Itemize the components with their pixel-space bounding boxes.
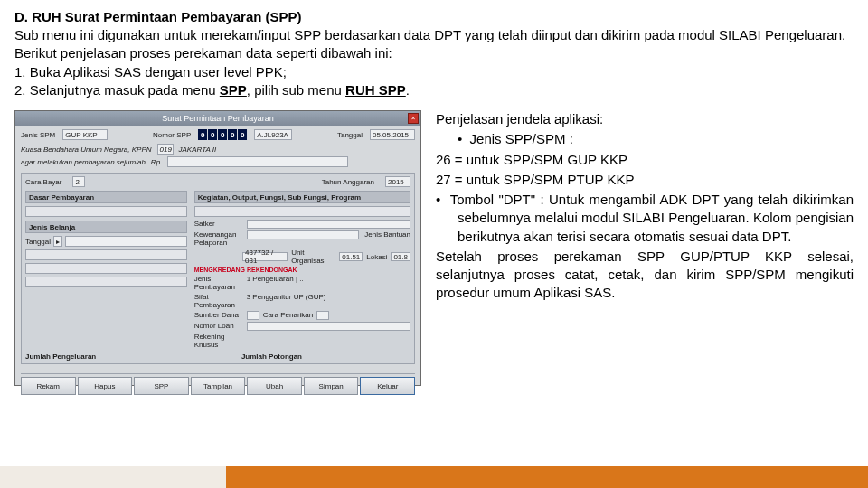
tahun-field[interactable]: 2015 <box>385 176 410 187</box>
nomor-suffix-field[interactable]: A.JL923A <box>254 129 292 140</box>
tahun-label: Tahun Anggaran <box>322 178 374 186</box>
tanggal-label: Tanggal <box>337 131 363 139</box>
jenis-spm-label: Jenis SPM <box>21 131 55 139</box>
app-title: Surat Permintaan Pembayaran <box>162 114 274 123</box>
app-titlebar: Surat Permintaan Pembayaran × <box>15 111 420 126</box>
explain-bullet-2: • Tombol "DPT" : Untuk mengambil ADK DPT… <box>436 191 854 246</box>
explain-followup: Setelah proses perekaman SPP GUP/PTUP KK… <box>436 248 854 303</box>
button-bar: Rekam Hapus SPP Tampilan Ubah Simpan Kel… <box>21 373 415 395</box>
jumlah-field[interactable] <box>167 156 348 167</box>
rekam-button[interactable]: Rekam <box>21 377 76 395</box>
explain-27: 27 = untuk SPP/SPM PTUP KKP <box>436 171 854 189</box>
spp-button[interactable]: SPP <box>134 377 189 395</box>
simpan-button[interactable]: Simpan <box>304 377 359 395</box>
app-screenshot: Surat Permintaan Pembayaran × Jenis SPM … <box>14 110 421 386</box>
hapus-button[interactable]: Hapus <box>78 377 133 395</box>
jumlah-pot-label: Jumlah Potongan <box>241 352 302 361</box>
kegiatan-header: Kegiatan, Output, Fungsi, Sub Fungsi, Pr… <box>194 191 410 203</box>
nomor-spp-counter: 00000 <box>198 129 247 140</box>
explanation-block: Penjelasan jendela aplikasi: • Jenis SPP… <box>436 110 854 305</box>
intro-para-2: Berikut penjelasan proses perekaman data… <box>14 44 854 62</box>
explain-26: 26 = untuk SPP/SPM GUP KKP <box>436 151 854 169</box>
tampilan-button[interactable]: Tampilan <box>191 377 246 395</box>
jumlah-peng-label: Jumlah Pengeluaran <box>25 352 96 361</box>
slide-footer <box>0 466 868 488</box>
explain-heading: Penjelasan jendela aplikasi: <box>436 110 854 128</box>
explain-bullet-1: • Jenis SPP/SPM : <box>436 130 854 148</box>
cara-bayar-label: Cara Bayar <box>25 178 61 186</box>
tgl-arrow[interactable]: ▸ <box>53 236 62 247</box>
satker-value[interactable]: 437732 / 031 <box>242 252 288 261</box>
tanggal-field[interactable]: 05.05.2015 <box>370 129 415 140</box>
dasar-header: Dasar Pembayaran <box>25 191 187 203</box>
kppn-name: JAKARTA II <box>179 145 217 154</box>
dasar-row[interactable] <box>25 206 187 217</box>
kppn-code-field[interactable]: 019 <box>157 144 174 155</box>
jenis-spm-field[interactable]: GUP KKP <box>62 129 108 140</box>
nomor-spp-label: Nomor SPP <box>153 131 191 139</box>
section-heading: D. RUH Surat Permintaan Pembayaran (SPP) <box>14 9 854 24</box>
red-warning: MENGKREDANG REKENDONGAK <box>194 267 410 273</box>
close-icon[interactable]: × <box>408 113 419 124</box>
keluar-button[interactable]: Keluar <box>360 377 415 395</box>
cara-bayar-field[interactable]: 2 <box>72 176 85 187</box>
instruction-text: Kuasa Bendahara Umum Negara, KPPN 019 JA… <box>21 144 415 167</box>
main-panel: Cara Bayar 2 Tahun Anggaran 2015 Dasar P… <box>21 173 415 364</box>
tgl-field[interactable] <box>65 236 187 247</box>
jenis-belanja-header: Jenis Belanja <box>25 221 187 233</box>
step-2: 2. Selanjutnya masuk pada menu SPP, pili… <box>14 81 854 99</box>
intro-para-1: Sub menu ini digunakan untuk merekam/inp… <box>14 26 854 44</box>
ubah-button[interactable]: Ubah <box>247 377 302 395</box>
document-body: D. RUH Surat Permintaan Pembayaran (SPP)… <box>0 0 868 386</box>
step-1: 1. Buka Aplikasi SAS dengan user level P… <box>14 63 854 81</box>
